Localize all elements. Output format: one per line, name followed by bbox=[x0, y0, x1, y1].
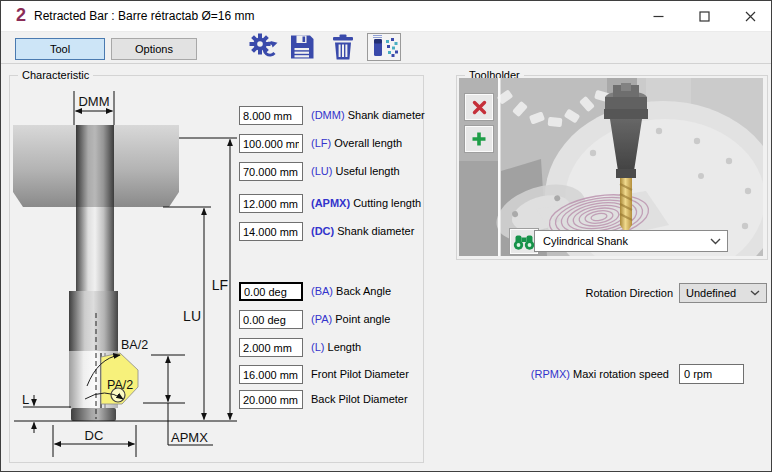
tool-diagram: DMM LF LU BA/2 PA/2 L DC APMX bbox=[11, 81, 243, 467]
tab-tool[interactable]: Tool bbox=[15, 38, 105, 60]
lf-label: Overall length bbox=[334, 137, 402, 149]
diagram-label-pa: PA/2 bbox=[107, 378, 133, 392]
rpmx-label: (RPMX) Maxi rotation speed bbox=[456, 364, 669, 384]
dc-label: Shank diameter bbox=[337, 225, 414, 237]
lu-input[interactable] bbox=[239, 162, 303, 181]
lf-code: (LF) bbox=[311, 137, 331, 149]
lf-input[interactable] bbox=[239, 134, 303, 153]
dc-code: (DC) bbox=[311, 225, 334, 237]
chevron-down-icon bbox=[710, 238, 721, 245]
delete-toolholder-button[interactable] bbox=[464, 93, 494, 121]
trash-icon bbox=[329, 34, 357, 60]
front-pilot-diameter-label: Front Pilot Diameter bbox=[311, 368, 409, 380]
toolbar-separator bbox=[1, 63, 772, 64]
chevron-down-icon bbox=[750, 290, 760, 296]
l-input[interactable] bbox=[239, 338, 303, 357]
simulation-button[interactable] bbox=[367, 33, 401, 61]
pa-input[interactable] bbox=[239, 310, 303, 329]
pa-code: (PA) bbox=[311, 313, 332, 325]
shank-type-dropdown[interactable]: Cylindrical Shank bbox=[534, 230, 728, 252]
apmx-code: (APMX) bbox=[311, 197, 350, 209]
tool-editor-window: 2 Retracted Bar : Barre rétractab Ø=16 m… bbox=[0, 0, 772, 472]
ba-input[interactable] bbox=[239, 282, 303, 301]
back-pilot-diameter-label: Back Pilot Diameter bbox=[311, 393, 408, 405]
dmm-label: Shank diameter bbox=[348, 109, 425, 121]
shank-type-value: Cylindrical Shank bbox=[543, 235, 628, 247]
simulation-icon bbox=[369, 34, 399, 58]
diagram-label-lf: LF bbox=[212, 277, 228, 293]
ba-label: Back Angle bbox=[336, 285, 391, 297]
diagram-label-dmm: DMM bbox=[78, 94, 109, 109]
ba-code: (BA) bbox=[311, 285, 333, 297]
dmm-code: (DMM) bbox=[311, 109, 345, 121]
l-code: (L) bbox=[311, 341, 324, 353]
l-label: Length bbox=[328, 341, 362, 353]
minimize-icon bbox=[653, 11, 664, 22]
rotation-direction-value: Undefined bbox=[686, 287, 736, 299]
diagram-label-dc: DC bbox=[85, 428, 104, 443]
characteristic-group-title: Characteristic bbox=[18, 69, 93, 81]
rpmx-input[interactable] bbox=[679, 364, 744, 384]
app-logo-icon: 2 bbox=[11, 5, 31, 25]
diagram-label-ba: BA/2 bbox=[121, 338, 148, 352]
lu-label: Useful length bbox=[335, 165, 399, 177]
lu-code: (LU) bbox=[311, 165, 332, 177]
diagram-label-apmx: APMX bbox=[171, 430, 208, 445]
pa-label: Point angle bbox=[335, 313, 390, 325]
title-bar: 2 Retracted Bar : Barre rétractab Ø=16 m… bbox=[1, 1, 771, 32]
delete-button[interactable] bbox=[329, 34, 357, 63]
front-pilot-diameter-input[interactable] bbox=[239, 365, 303, 384]
apmx-label: Cutting length bbox=[353, 197, 421, 209]
window-title: Retracted Bar : Barre rétractab Ø=16 mm bbox=[34, 9, 254, 23]
close-icon bbox=[745, 11, 756, 22]
dmm-input[interactable] bbox=[239, 106, 303, 125]
save-icon bbox=[288, 34, 316, 60]
maximize-button[interactable] bbox=[682, 1, 727, 31]
apmx-input[interactable] bbox=[239, 194, 303, 213]
minimize-button[interactable] bbox=[636, 1, 681, 31]
red-x-icon bbox=[472, 100, 487, 115]
dc-input[interactable] bbox=[239, 222, 303, 241]
regenerate-button[interactable] bbox=[248, 33, 278, 64]
diagram-label-l: L bbox=[22, 392, 29, 407]
add-toolholder-button[interactable] bbox=[464, 125, 494, 153]
green-plus-icon bbox=[471, 131, 487, 147]
close-button[interactable] bbox=[727, 1, 772, 31]
tab-options[interactable]: Options bbox=[111, 38, 197, 60]
rotation-direction-label: Rotation Direction bbox=[456, 283, 673, 303]
binoculars-icon bbox=[513, 233, 535, 251]
regenerate-gears-icon bbox=[248, 33, 278, 61]
back-pilot-diameter-input[interactable] bbox=[239, 390, 303, 409]
rpmx-code: (RPMX) bbox=[531, 368, 570, 380]
diagram-label-lu: LU bbox=[183, 308, 201, 324]
save-button[interactable] bbox=[288, 34, 316, 63]
maximize-icon bbox=[699, 11, 710, 22]
rotation-direction-select[interactable]: Undefined bbox=[679, 283, 767, 303]
